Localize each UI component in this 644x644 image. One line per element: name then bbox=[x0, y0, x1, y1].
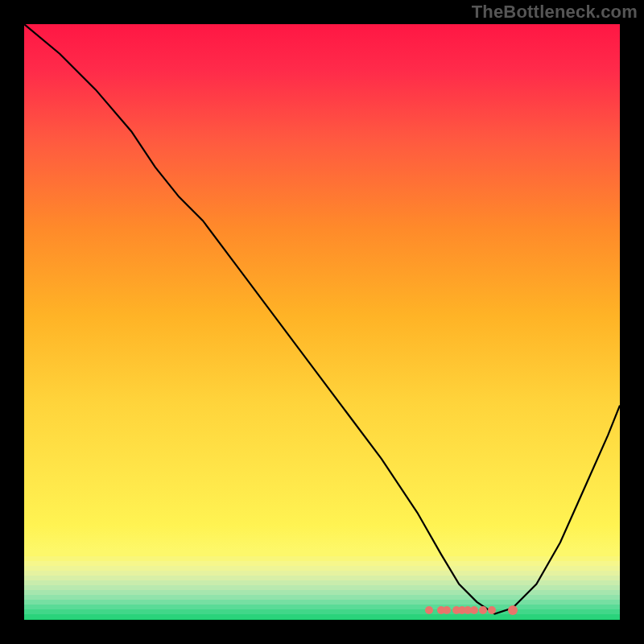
chart-frame: TheBottleneck.com bbox=[0, 0, 644, 644]
data-point bbox=[479, 606, 487, 614]
data-point bbox=[488, 606, 496, 614]
watermark-label: TheBottleneck.com bbox=[472, 2, 638, 23]
bottleneck-curve bbox=[24, 24, 620, 620]
data-point bbox=[508, 605, 518, 615]
plot-area bbox=[24, 24, 620, 620]
data-point bbox=[470, 606, 478, 614]
curve-path bbox=[24, 24, 620, 614]
